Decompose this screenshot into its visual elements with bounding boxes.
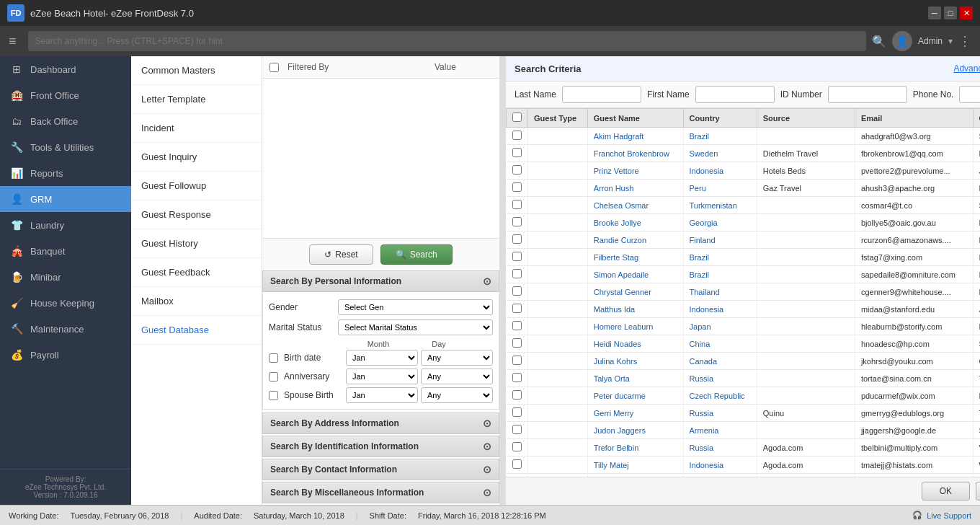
sidebar-item-minibar[interactable]: 🍺 Minibar (0, 264, 131, 290)
reset-button[interactable]: ↺ Reset (309, 244, 373, 265)
table-row[interactable]: Simon Apedaile Brazil sapedaile8@omnitur… (507, 266, 981, 283)
row-checkbox[interactable] (507, 128, 528, 145)
row-checkbox[interactable] (507, 249, 528, 266)
miscellaneous-section-header[interactable]: Search By Miscellaneous Information ⊙ (262, 482, 499, 503)
close-button[interactable]: ✕ (960, 6, 973, 19)
sidebar-item-grm[interactable]: 👤 GRM (0, 186, 131, 212)
table-row[interactable]: Homere Leaburn Japan hleaburnb@storify.c… (507, 318, 981, 335)
row-checkbox[interactable] (507, 422, 528, 439)
submenu-item-letter-template[interactable]: Letter Template (131, 85, 262, 114)
first-name-input[interactable] (695, 86, 775, 103)
sidebar-item-payroll[interactable]: 💰 Payroll (0, 342, 131, 368)
table-row[interactable]: Judon Jaggers Armenia jjaggersh@google.d… (507, 422, 981, 439)
anniversary-checkbox[interactable] (269, 372, 278, 381)
row-checkbox[interactable] (507, 318, 528, 335)
marital-select[interactable]: Select Marital Status SingleMarriedDivor… (338, 319, 493, 335)
maximize-button[interactable]: □ (944, 6, 957, 19)
row-checkbox[interactable] (507, 266, 528, 283)
filter-checkbox[interactable] (270, 63, 279, 72)
personal-section-header[interactable]: Search By Personal Information ⊙ (262, 270, 499, 292)
row-checkbox[interactable] (507, 353, 528, 370)
search-button[interactable]: 🔍 Search (380, 244, 453, 265)
sidebar-item-house-keeping[interactable]: 🧹 House Keeping (0, 290, 131, 316)
advance-search-link[interactable]: Advance Search (953, 63, 980, 74)
submenu-item-guest-inquiry[interactable]: Guest Inquiry (131, 143, 262, 172)
submenu-item-mailbox[interactable]: Mailbox (131, 287, 262, 316)
submenu-item-incident[interactable]: Incident (131, 114, 262, 143)
submenu-item-guest-database[interactable]: Guest Database (131, 316, 262, 345)
row-country: Brazil (683, 128, 757, 145)
sidebar-item-front-office[interactable]: 🏨 Front Office (0, 82, 131, 108)
minimize-button[interactable]: ─ (928, 6, 941, 19)
birth-day-select[interactable]: Any12 (421, 350, 493, 366)
row-checkbox[interactable] (507, 231, 528, 249)
sidebar-item-back-office[interactable]: 🗂 Back Office (0, 108, 131, 134)
phone-no-input[interactable] (959, 86, 980, 103)
table-row[interactable]: Julina Kohrs Canada jkohrsd@youku.com Ca… (507, 353, 981, 370)
select-all-checkbox[interactable] (512, 112, 522, 122)
submenu-item-guest-feedback[interactable]: Guest Feedback (131, 258, 262, 287)
submenu-item-guest-response[interactable]: Guest Response (131, 200, 262, 229)
table-row[interactable]: Talya Orta Russia tortae@sina.com.cn Tar… (507, 370, 981, 387)
global-search-input[interactable] (28, 31, 866, 51)
address-section-header[interactable]: Search By Address Information ⊙ (262, 412, 499, 434)
row-checkbox[interactable] (507, 145, 528, 162)
sidebar-item-banquet[interactable]: 🎪 Banquet (0, 238, 131, 264)
table-row[interactable]: Prinz Vettore Indonesia Hotels Beds pvet… (507, 162, 981, 180)
table-row[interactable]: Akim Hadgraft Brazil ahadgraft0@w3.org S… (507, 128, 981, 145)
row-checkbox[interactable] (507, 214, 528, 231)
sidebar-item-tools-utilities[interactable]: 🔧 Tools & Utilities (0, 134, 131, 160)
anniversary-day-select[interactable]: Any1 (421, 369, 493, 384)
sidebar-label-dashboard: Dashboard (30, 64, 76, 75)
table-row[interactable]: Arron Hush Peru Gaz Travel ahush3@apache… (507, 180, 981, 197)
row-checkbox[interactable] (507, 180, 528, 197)
gender-select[interactable]: Select Gen MaleFemaleOther (338, 299, 493, 315)
row-checkbox[interactable] (507, 405, 528, 422)
submenu-item-guest-history[interactable]: Guest History (131, 229, 262, 258)
sidebar-item-reports[interactable]: 📊 Reports (0, 160, 131, 186)
table-row[interactable]: Filberte Stag Brazil fstag7@xing.com Ita… (507, 249, 981, 266)
sidebar-item-maintenance[interactable]: 🔨 Maintenance (0, 316, 131, 342)
filtered-by-label: Filtered By (285, 62, 429, 72)
table-row[interactable]: Matthus Ida Indonesia midaa@stanford.edu… (507, 301, 981, 318)
row-checkbox[interactable] (507, 370, 528, 387)
row-checkbox[interactable] (507, 439, 528, 456)
table-row[interactable]: Peter ducarme Czech Republic pducarmef@w… (507, 387, 981, 405)
row-checkbox[interactable] (507, 456, 528, 474)
table-row[interactable]: Tilly Matej Indonesia Agoda.com tmatejj@… (507, 456, 981, 474)
birth-date-checkbox[interactable] (269, 353, 278, 363)
ok-button[interactable]: OK (922, 482, 970, 500)
live-support[interactable]: 🎧 Live Support (912, 511, 971, 520)
table-row[interactable]: Heidi Noades China hnoadesc@hp.com Shuig… (507, 335, 981, 353)
id-number-input[interactable] (828, 86, 907, 103)
row-checkbox[interactable] (507, 162, 528, 180)
submenu-item-guest-followup[interactable]: Guest Followup (131, 172, 262, 200)
table-row[interactable]: Brooke Jollye Georgia bjollye5@oaic.gov.… (507, 214, 981, 231)
row-checkbox[interactable] (507, 301, 528, 318)
row-checkbox[interactable] (507, 283, 528, 301)
spouse-birth-checkbox[interactable] (269, 391, 278, 400)
table-row[interactable]: Randie Curzon Finland rcurzon6@amazonaws… (507, 231, 981, 249)
table-row[interactable]: Trefor Belbin Russia Agoda.com tbelbini@… (507, 439, 981, 456)
row-checkbox[interactable] (507, 387, 528, 405)
more-options-icon[interactable]: ⋮ (958, 33, 971, 49)
table-row[interactable]: Chrystal Genner Thailand cgenner9@whiteh… (507, 283, 981, 301)
sidebar-item-dashboard[interactable]: ⊞ Dashboard (0, 56, 131, 82)
contact-section-header[interactable]: Search By Contact Information ⊙ (262, 459, 499, 480)
table-row[interactable]: Franchot Brokenbrow Sweden Diethelm Trav… (507, 145, 981, 162)
cancel-button[interactable]: Cancel (976, 482, 980, 500)
birth-month-select[interactable]: JanFebMar (346, 350, 418, 366)
spouse-birth-day-select[interactable]: Any1 (421, 387, 493, 403)
last-name-input[interactable] (562, 86, 641, 103)
table-row[interactable]: Gerri Merry Russia Quinu gmerryg@edublog… (507, 405, 981, 422)
spouse-birth-month-select[interactable]: JanFeb (346, 387, 418, 403)
hamburger-icon[interactable]: ≡ (9, 34, 17, 49)
row-checkbox[interactable] (507, 197, 528, 214)
table-row[interactable]: Chelsea Osmar Turkmenistan cosmar4@t.co … (507, 197, 981, 214)
row-checkbox[interactable] (507, 335, 528, 353)
admin-dropdown-icon[interactable]: ▾ (948, 36, 953, 46)
submenu-item-common-masters[interactable]: Common Masters (131, 56, 262, 85)
identification-section-header[interactable]: Search By Identification Information ⊙ (262, 436, 499, 457)
sidebar-item-laundry[interactable]: 👕 Laundry (0, 212, 131, 238)
anniversary-month-select[interactable]: JanFeb (346, 369, 418, 384)
